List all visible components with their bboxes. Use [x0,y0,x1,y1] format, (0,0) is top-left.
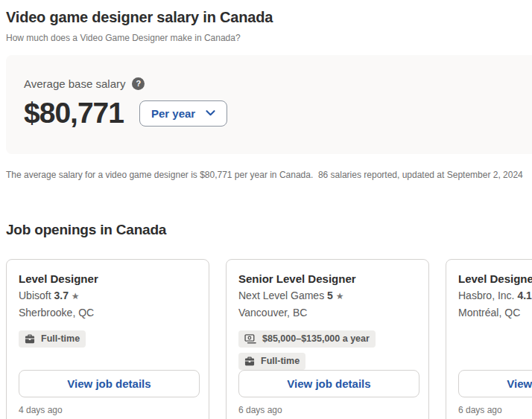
company-rating: 3.7 [54,290,68,301]
company-rating: 5 [327,290,333,301]
chevron-down-icon [206,110,215,116]
badge-label: Full-time [41,334,80,344]
pay-period-dropdown[interactable]: Per year [139,100,227,127]
job-posted-date: 4 days ago [19,405,200,415]
job-card: Level Designer Hasbro, Inc. 4.1 ★ Montré… [446,259,532,419]
job-posted-date: 6 days ago [238,405,419,415]
briefcase-icon [25,334,35,344]
page-subtitle: How much does a Video Game Designer make… [6,32,532,44]
star-icon: ★ [72,291,80,301]
job-location: Sherbrooke, QC [19,304,200,321]
job-location: Vancouver, BC [238,304,419,321]
job-badges: $85,000–$135,000 a year Full-time [238,330,419,370]
view-job-details-button[interactable]: View job details [238,370,419,397]
job-title: Level Designer [19,271,200,287]
page-title: Video game designer salary in Canada [6,7,532,27]
company-rating: 4.1 [517,290,531,301]
job-posted-date: 6 days ago [458,405,532,415]
star-icon: ★ [336,291,344,301]
job-company: Hasbro, Inc. 4.1 ★ [458,287,532,304]
average-salary-label: Average base salary [24,77,125,90]
job-card: Level Designer Ubisoft 3.7 ★ Sherbrooke,… [6,259,209,419]
job-company: Next Level Games 5 ★ [238,287,419,304]
job-title: Senior Level Designer [238,271,419,287]
view-job-details-button[interactable]: View job details [19,370,200,397]
job-openings-heading: Job openings in Canada [6,222,532,238]
job-title: Level Designer [458,271,532,287]
job-type-badge: Full-time [238,353,305,370]
briefcase-icon [244,356,255,366]
company-name: Hasbro, Inc. [458,290,514,301]
job-cards-carousel: Level Designer Ubisoft 3.7 ★ Sherbrooke,… [6,259,532,419]
average-salary-panel: Average base salary ? $80,771 Per year [6,55,532,154]
pay-period-selected: Per year [151,107,195,120]
salary-summary: The average salary for a video game desi… [6,169,532,181]
company-name: Ubisoft [19,290,51,301]
salary-badge: $85,000–$135,000 a year [238,330,376,348]
salary-page: Video game designer salary in Canada How… [0,0,532,419]
job-location: Montréal, QC [458,304,532,321]
badge-label: $85,000–$135,000 a year [262,334,370,344]
help-icon[interactable]: ? [132,77,145,90]
job-type-badge: Full-time [19,330,86,348]
salary-amount: $80,771 [24,97,124,129]
banknote-icon [244,334,256,344]
badge-label: Full-time [261,356,300,366]
company-name: Next Level Games [238,290,324,301]
view-job-details-button[interactable]: View job details [458,370,532,397]
job-badges: Full-time [19,330,200,348]
job-card: Senior Level Designer Next Level Games 5… [226,259,429,419]
job-company: Ubisoft 3.7 ★ [19,287,200,304]
